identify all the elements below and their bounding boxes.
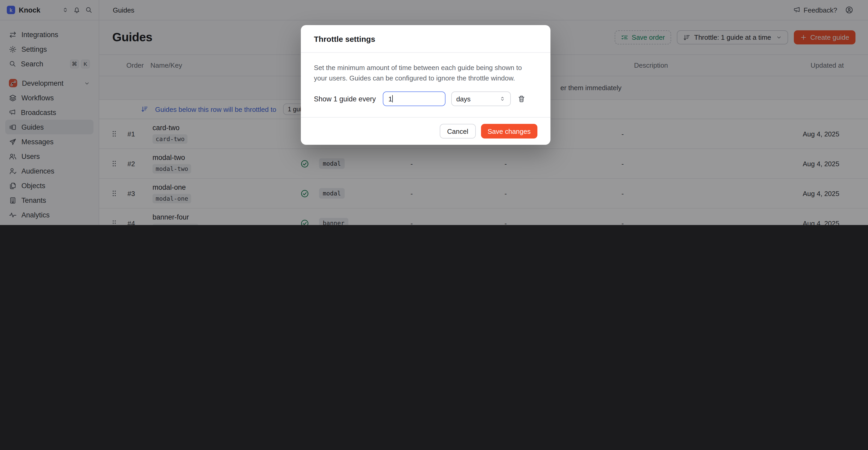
throttle-unit-select[interactable]: days [451, 92, 510, 106]
stepper-chevrons-icon [499, 96, 505, 102]
modal-footer: Cancel Save changes [301, 117, 551, 145]
modal-description: Set the minimum amount of time between e… [314, 63, 533, 84]
cancel-button[interactable]: Cancel [440, 124, 475, 139]
throttle-unit-value: days [456, 95, 470, 103]
modal-title: Throttle settings [314, 34, 375, 44]
throttle-settings-modal: Throttle settings Set the minimum amount… [301, 25, 551, 145]
app-window: k Knock Guides Feedback? Integrations Se… [0, 0, 868, 225]
throttle-value-wrap [382, 92, 445, 106]
trash-icon [517, 95, 525, 103]
modal-header: Throttle settings [301, 25, 551, 53]
text-cursor [392, 95, 393, 103]
throttle-control-label: Show 1 guide every [314, 95, 376, 103]
save-changes-button[interactable]: Save changes [481, 124, 537, 139]
remove-throttle-button[interactable] [517, 95, 525, 103]
throttle-controls: Show 1 guide every days [314, 92, 537, 106]
modal-body: Set the minimum amount of time between e… [301, 53, 551, 117]
